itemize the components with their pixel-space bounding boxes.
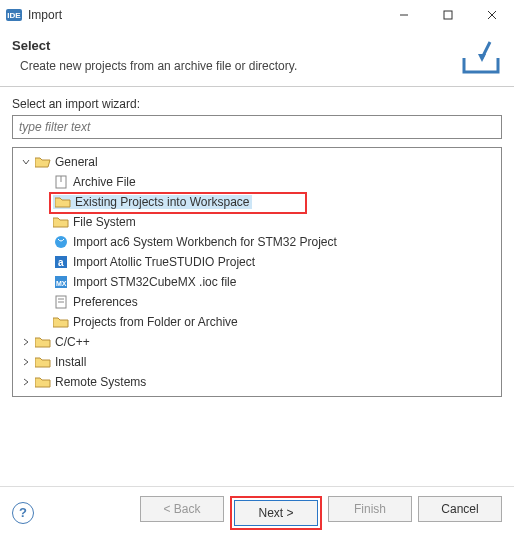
tree-item-existing-projects[interactable]: Existing Projects into Workspace <box>13 192 501 212</box>
chevron-right-icon[interactable] <box>19 355 33 369</box>
dialog-header: Select Create new projects from an archi… <box>0 30 514 87</box>
globe-icon <box>53 235 69 249</box>
app-icon: IDE <box>6 9 22 21</box>
tree-item-general[interactable]: General <box>13 152 501 172</box>
svg-marker-21 <box>35 358 50 367</box>
back-button: < Back <box>140 496 224 522</box>
cancel-button[interactable]: Cancel <box>418 496 502 522</box>
tree-label: General <box>55 155 98 169</box>
help-button[interactable]: ? <box>12 502 34 524</box>
cubemx-icon: MX <box>53 275 69 289</box>
svg-marker-6 <box>35 158 50 167</box>
tree-label: C/C++ <box>55 335 90 349</box>
folder-icon <box>35 335 51 349</box>
next-highlight: Next > <box>230 496 322 530</box>
svg-rect-1 <box>444 11 452 19</box>
folder-icon <box>53 315 69 329</box>
svg-marker-20 <box>35 338 50 347</box>
svg-text:MX: MX <box>56 280 67 287</box>
chevron-right-icon[interactable] <box>19 375 33 389</box>
svg-marker-5 <box>478 54 486 62</box>
tree-label: Preferences <box>73 295 138 309</box>
tree-item-preferences[interactable]: Preferences <box>13 292 501 312</box>
window-title: Import <box>28 8 382 22</box>
tree-item-ccpp[interactable]: C/C++ <box>13 332 501 352</box>
maximize-button[interactable] <box>426 0 470 30</box>
svg-marker-9 <box>55 198 70 207</box>
import-banner-icon <box>460 38 502 76</box>
svg-marker-19 <box>53 318 68 327</box>
tree-label: File System <box>73 215 136 229</box>
svg-marker-22 <box>35 378 50 387</box>
folder-open-icon <box>35 155 51 169</box>
folder-import-icon <box>55 195 71 209</box>
tree-label: Remote Systems <box>55 375 146 389</box>
atollic-icon: a <box>53 255 69 269</box>
tree-item-filesystem[interactable]: File System <box>13 212 501 232</box>
tree-label: Import Atollic TrueSTUDIO Project <box>73 255 255 269</box>
header-title: Select <box>12 38 450 53</box>
next-button[interactable]: Next > <box>234 500 318 526</box>
tree-label: Import ac6 System Workbench for STM32 Pr… <box>73 235 337 249</box>
tree-label: Archive File <box>73 175 136 189</box>
tree-label: Projects from Folder or Archive <box>73 315 238 329</box>
filter-input[interactable] <box>12 115 502 139</box>
tree-item-remote[interactable]: Remote Systems <box>13 372 501 392</box>
wizard-tree[interactable]: General Archive File Existing Projects i… <box>12 147 502 397</box>
tree-label: Existing Projects into Workspace <box>75 195 250 209</box>
folder-icon <box>53 215 69 229</box>
tree-item-atollic[interactable]: a Import Atollic TrueSTUDIO Project <box>13 252 501 272</box>
folder-icon <box>35 355 51 369</box>
tree-item-projects-folder[interactable]: Projects from Folder or Archive <box>13 312 501 332</box>
window-controls <box>382 0 514 30</box>
tree-item-cubemx[interactable]: MX Import STM32CubeMX .ioc file <box>13 272 501 292</box>
preferences-icon <box>53 295 69 309</box>
svg-text:a: a <box>58 257 64 268</box>
svg-point-11 <box>55 236 67 248</box>
title-bar: IDE Import <box>0 0 514 30</box>
svg-marker-10 <box>53 218 68 227</box>
chevron-right-icon[interactable] <box>19 335 33 349</box>
folder-icon <box>35 375 51 389</box>
header-description: Create new projects from an archive file… <box>20 59 450 73</box>
chevron-down-icon[interactable] <box>19 155 33 169</box>
tree-item-install[interactable]: Install <box>13 352 501 372</box>
finish-button: Finish <box>328 496 412 522</box>
wizard-label: Select an import wizard: <box>12 97 502 111</box>
archive-icon <box>53 175 69 189</box>
button-bar: ? < Back Next > Finish Cancel <box>0 486 514 538</box>
tree-item-archive[interactable]: Archive File <box>13 172 501 192</box>
tree-label: Install <box>55 355 86 369</box>
minimize-button[interactable] <box>382 0 426 30</box>
tree-item-ac6[interactable]: Import ac6 System Workbench for STM32 Pr… <box>13 232 501 252</box>
close-button[interactable] <box>470 0 514 30</box>
tree-label: Import STM32CubeMX .ioc file <box>73 275 236 289</box>
